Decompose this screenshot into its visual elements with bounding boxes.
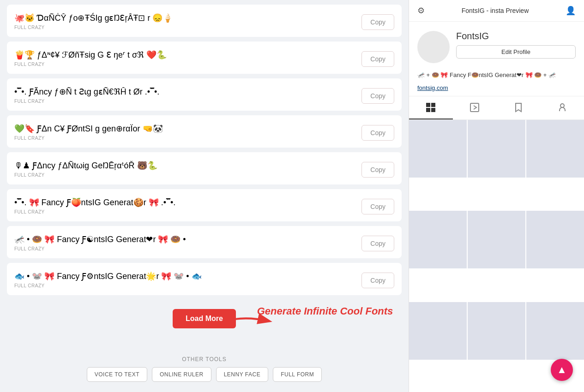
edit-profile-button[interactable]: Edit Profile (456, 45, 576, 59)
font-label: FULL CRAZY (14, 282, 361, 290)
font-text: 🐟 • 🐭 🎀 Fancy Ƒ⚙ntsIG Generat🌟r 🎀 🐭 • 🐟 (14, 271, 361, 282)
svg-rect-4 (470, 103, 479, 112)
bookmark-icon (513, 102, 524, 113)
tool-button[interactable]: LENNY FACE (216, 367, 268, 382)
font-row: 🐟 • 🐭 🎀 Fancy Ƒ⚙ntsIG Generat🌟r 🎀 🐭 • 🐟 … (7, 263, 402, 295)
font-row-inner: 🎙♟ ƑΔncy ƒΔÑtωig GeŊĒŗαᵗóŘ 🐻🐍 FULL CRAZY (14, 160, 361, 179)
font-text: •‾̈•. ƑÃncy ƒ⊕Ñ t Ƨɩg gɛÑ€ℜĤ t Ør .•‾̈•. (14, 86, 361, 98)
font-row-inner: 🐟 • 🐭 🎀 Fancy Ƒ⚙ntsIG Generat🌟r 🎀 🐭 • 🐟 … (14, 271, 361, 290)
svg-point-5 (560, 104, 564, 107)
copy-button[interactable]: Copy (361, 162, 394, 178)
generate-label: Generate Infinite Cool Fonts (251, 305, 399, 317)
copy-button[interactable]: Copy (361, 236, 394, 251)
font-text: 🎙♟ ƑΔncy ƒΔÑtωig GeŊĒŗαᵗóŘ 🐻🐍 (14, 160, 361, 172)
ig-header: ⚙ FontsIG - insta Preview 👤 (409, 0, 584, 22)
ig-grid-cell[interactable] (409, 302, 467, 360)
ig-profile-info: FontsIG Edit Profile (456, 31, 576, 59)
font-list-panel: 🐙🐱 ƊαÑĊŶ ƒo⊕ŦŚIg gɛŊƐŗÂŦ⊡ r 😞🍦 FULL CRAZ… (0, 0, 409, 392)
tool-button[interactable]: FULL FORM (273, 367, 322, 382)
grid-icon (425, 102, 436, 113)
ig-grid-cell[interactable] (409, 211, 467, 268)
font-row: 💚🔖 ƑΔn C¥ ƑØntSI g gen⊕rαÏor 🤜🐼 FULL CRA… (7, 115, 402, 148)
ig-grid-cell[interactable] (409, 120, 467, 178)
svg-rect-3 (431, 108, 435, 112)
font-row: 🍟🏆 ƒΔᶰ¢¥ ℱØñŦsig G Ɛ ŋeʳ t σℜ ❤️🐍 FULL C… (7, 42, 402, 74)
font-label: FULL CRAZY (14, 135, 361, 143)
font-row-inner: 🦟 • 🍩 🎀 Fancy Ƒ☯ntsIG Generat❤r 🎀 🍩 • FU… (14, 234, 361, 253)
bottom-section: Load More Generate Infinite Cool Fonts O… (7, 300, 402, 386)
tab-saved[interactable] (497, 96, 541, 119)
copy-button[interactable]: Copy (361, 88, 394, 104)
font-row: •‾̈•. ƑÃncy ƒ⊕Ñ t Ƨɩg gɛÑ€ℜĤ t Ør .•‾̈•.… (7, 78, 402, 111)
copy-button[interactable]: Copy (361, 51, 394, 67)
add-person-icon[interactable]: 👤 (566, 6, 576, 16)
tagged-icon (557, 102, 568, 113)
ig-username: FontsIG (456, 31, 576, 42)
font-row-inner: 🍟🏆 ƒΔᶰ¢¥ ℱØñŦsig G Ɛ ŋeʳ t σℜ ❤️🐍 FULL C… (14, 49, 361, 69)
ig-tabs (409, 96, 584, 120)
ig-header-title: FontsIG - insta Preview (462, 7, 529, 14)
ig-profile-section: FontsIG Edit Profile (409, 22, 584, 68)
font-row-inner: 💚🔖 ƑΔn C¥ ƑØntSI g gen⊕rαÏor 🤜🐼 FULL CRA… (14, 123, 361, 143)
font-text: 🍟🏆 ƒΔᶰ¢¥ ℱØñŦsig G Ɛ ŋeʳ t σℜ ❤️🐍 (14, 49, 361, 61)
svg-rect-1 (431, 103, 435, 107)
font-label: FULL CRAZY (14, 172, 361, 179)
ig-grid-cell[interactable] (526, 211, 584, 268)
gear-icon[interactable]: ⚙ (417, 6, 425, 16)
ig-grid (409, 120, 584, 392)
font-label: FULL CRAZY (14, 245, 361, 253)
ig-preview-panel: ⚙ FontsIG - insta Preview 👤 FontsIG Edit… (409, 0, 584, 392)
copy-button[interactable]: Copy (361, 273, 394, 288)
ig-link[interactable]: fontsig.com (409, 84, 584, 96)
tab-reels[interactable] (453, 96, 497, 119)
other-tools-label: OTHER TOOLS (7, 356, 402, 362)
ig-grid-cell[interactable] (526, 120, 584, 178)
font-row-inner: 🐙🐱 ƊαÑĊŶ ƒo⊕ŦŚIg gɛŊƐŗÂŦ⊡ r 😞🍦 FULL CRAZ… (14, 12, 361, 32)
scroll-top-button[interactable]: ▲ (551, 359, 573, 381)
font-label: FULL CRAZY (14, 208, 361, 216)
font-row: •‾̈•. 🎀 Fancy Ƒ🍑ntsIG Generat🍪r 🎀 .•‾̈•.… (7, 189, 402, 221)
reels-icon (469, 102, 480, 113)
font-label: FULL CRAZY (14, 61, 361, 69)
tab-grid[interactable] (409, 96, 453, 119)
font-row: 🦟 • 🍩 🎀 Fancy Ƒ☯ntsIG Generat❤r 🎀 🍩 • FU… (7, 226, 402, 258)
font-text: 🦟 • 🍩 🎀 Fancy Ƒ☯ntsIG Generat❤r 🎀 🍩 • (14, 234, 361, 245)
tab-tagged[interactable] (540, 96, 584, 119)
ig-grid-cell[interactable] (468, 211, 525, 268)
avatar (417, 31, 450, 63)
font-row-inner: •‾̈•. 🎀 Fancy Ƒ🍑ntsIG Generat🍪r 🎀 .•‾̈•.… (14, 197, 361, 216)
svg-rect-2 (426, 108, 430, 112)
font-text: 💚🔖 ƑΔn C¥ ƑØntSI g gen⊕rαÏor 🤜🐼 (14, 123, 361, 135)
font-row: 🐙🐱 ƊαÑĊŶ ƒo⊕ŦŚIg gɛŊƐŗÂŦ⊡ r 😞🍦 FULL CRAZ… (7, 5, 402, 37)
copy-button[interactable]: Copy (361, 125, 394, 141)
font-row: 🎙♟ ƑΔncy ƒΔÑtωig GeŊĒŗαᵗóŘ 🐻🐍 FULL CRAZY… (7, 152, 402, 184)
font-label: FULL CRAZY (14, 98, 361, 106)
ig-grid-cell[interactable] (526, 302, 584, 360)
tool-button[interactable]: ONLINE RULER (152, 367, 211, 382)
ig-grid-cell[interactable] (468, 302, 525, 360)
font-text: 🐙🐱 ƊαÑĊŶ ƒo⊕ŦŚIg gɛŊƐŗÂŦ⊡ r 😞🍦 (14, 12, 361, 24)
font-row-inner: •‾̈•. ƑÃncy ƒ⊕Ñ t Ƨɩg gɛÑ€ℜĤ t Ør .•‾̈•.… (14, 86, 361, 106)
ig-grid-cell[interactable] (468, 120, 525, 178)
tool-buttons: VOICE TO TEXTONLINE RULERLENNY FACEFULL … (7, 367, 402, 382)
copy-button[interactable]: Copy (361, 14, 394, 30)
ig-bio: 🦟 + 🍩 🎀 Fancy F🍩ntsIG Generat❤r 🎀 🍩 + 🦟 (409, 68, 584, 84)
svg-rect-0 (426, 103, 430, 107)
copy-button[interactable]: Copy (361, 199, 394, 214)
font-label: FULL CRAZY (14, 24, 361, 32)
tool-button[interactable]: VOICE TO TEXT (87, 367, 147, 382)
font-text: •‾̈•. 🎀 Fancy Ƒ🍑ntsIG Generat🍪r 🎀 .•‾̈•. (14, 197, 361, 208)
